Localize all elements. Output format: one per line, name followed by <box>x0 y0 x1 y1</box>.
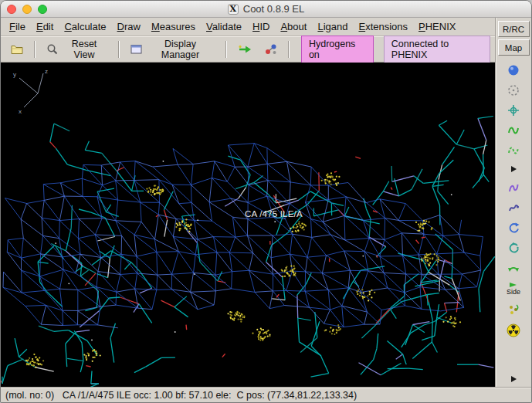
radiation-button[interactable] <box>507 323 520 337</box>
close-button[interactable] <box>7 5 16 14</box>
toolbar-separator <box>225 41 227 58</box>
jiggle-fit-icon <box>507 303 520 316</box>
menu-hid[interactable]: HID <box>247 19 275 35</box>
edit-chi-angles-icon <box>507 222 520 234</box>
display-manager-button[interactable]: Display Manager <box>125 36 220 63</box>
display-manager-icon <box>130 44 142 55</box>
atom-display-button[interactable] <box>259 40 283 59</box>
map-button[interactable]: Map <box>498 39 530 56</box>
status-bar: (mol. no: 0) CA /1/A/475 ILE occ: 1.00 b… <box>1 387 531 402</box>
axis-z-label: z <box>45 68 48 75</box>
expander-button[interactable] <box>509 164 518 174</box>
hydrogens-badge[interactable]: Hydrogens on <box>301 36 374 63</box>
open-folder-icon <box>11 44 23 55</box>
left-column: File Edit Calculate Draw Measures Valida… <box>1 18 495 387</box>
anchor-button[interactable] <box>507 104 520 117</box>
regularize-zone-icon <box>507 144 520 157</box>
dashed-circle-icon <box>507 84 520 97</box>
axis-x-label: x <box>19 108 22 115</box>
side-chain-flip-icon <box>509 282 518 288</box>
display-manager-label: Display Manager <box>146 39 215 60</box>
side-chain-flip-button[interactable]: Side <box>507 282 520 296</box>
minimize-button[interactable] <box>22 5 32 14</box>
side-chain-flip-label: Side <box>507 289 520 296</box>
more-triangle-icon <box>509 374 518 384</box>
go-to-atom-button[interactable] <box>232 41 257 58</box>
sphere-button[interactable] <box>507 64 520 76</box>
more-tools-button[interactable] <box>509 374 518 384</box>
atom-label: CA /475 ILE/A <box>245 209 303 218</box>
right-toolbar: R/RC Map <box>495 18 531 387</box>
auto-fit-rotamer-button[interactable] <box>507 181 520 194</box>
atoms-icon <box>265 43 277 56</box>
toolbar-separator <box>34 41 36 58</box>
menu-calculate[interactable]: Calculate <box>59 19 111 35</box>
menu-extensions[interactable]: Extensions <box>353 19 413 35</box>
jiggle-fit-button[interactable] <box>507 303 520 316</box>
menu-bar: File Edit Calculate Draw Measures Valida… <box>1 18 495 36</box>
torsion-general-button[interactable] <box>507 242 520 254</box>
sphere-icon <box>507 64 520 76</box>
edit-chi-angles-button[interactable] <box>507 222 520 234</box>
reset-view-label: Reset View <box>61 39 107 60</box>
menu-measures[interactable]: Measures <box>146 19 201 35</box>
toolbar: Reset View Display Manager <box>1 36 495 63</box>
title-group: X Coot 0.8.9 EL <box>1 3 531 15</box>
axis-y-label: y <box>13 71 16 78</box>
toolbar-separator <box>288 41 290 58</box>
title-bar: X Coot 0.8.9 EL <box>1 1 531 18</box>
real-space-refine-button[interactable] <box>507 124 520 137</box>
rrc-button[interactable]: R/RC <box>498 21 530 37</box>
main-area: File Edit Calculate Draw Measures Valida… <box>1 18 531 387</box>
zoom-button[interactable] <box>38 5 47 14</box>
gl-canvas[interactable] <box>1 63 495 387</box>
refine-zone-icon <box>507 124 520 137</box>
flip-peptide-icon <box>507 262 520 274</box>
torsion-general-icon <box>507 242 520 254</box>
regularize-zone-button[interactable] <box>507 144 520 157</box>
phenix-status-badge[interactable]: Connected to PHENIX <box>384 36 490 63</box>
status-text: (mol. no: 0) CA /1/A/475 ILE occ: 1.00 b… <box>5 390 357 401</box>
viewport[interactable]: z y x CA /475 ILE/A <box>1 63 495 387</box>
auto-fit-rotamer-icon <box>507 181 520 194</box>
x11-icon: X <box>228 4 239 15</box>
menu-edit[interactable]: Edit <box>31 19 59 35</box>
open-coordinates-button[interactable] <box>5 41 29 58</box>
reset-view-button[interactable]: Reset View <box>41 36 113 63</box>
menu-about[interactable]: About <box>275 19 312 35</box>
model-tool-column: Side <box>496 58 531 384</box>
menu-file[interactable]: File <box>4 19 31 35</box>
go-to-atom-arrow-icon <box>238 44 252 55</box>
anchor-icon <box>507 104 520 117</box>
sphere-refine-button[interactable] <box>507 84 520 97</box>
menu-draw[interactable]: Draw <box>112 19 146 35</box>
toolbar-separator <box>118 41 120 58</box>
rotamers-icon <box>507 202 520 214</box>
flip-peptide-button[interactable] <box>507 262 520 274</box>
expander-triangle-icon <box>509 164 518 174</box>
window-title: Coot 0.8.9 EL <box>243 3 305 15</box>
rotamers-button[interactable] <box>507 202 520 214</box>
coot-window: X Coot 0.8.9 EL File Edit Calculate Draw… <box>0 0 532 403</box>
menu-ligand[interactable]: Ligand <box>312 19 353 35</box>
menu-validate[interactable]: Validate <box>201 19 247 35</box>
menu-phenix[interactable]: PHENIX <box>413 19 461 35</box>
axes-indicator: z y x <box>7 66 61 115</box>
magnifier-icon <box>46 43 57 55</box>
radiation-icon <box>507 323 520 337</box>
